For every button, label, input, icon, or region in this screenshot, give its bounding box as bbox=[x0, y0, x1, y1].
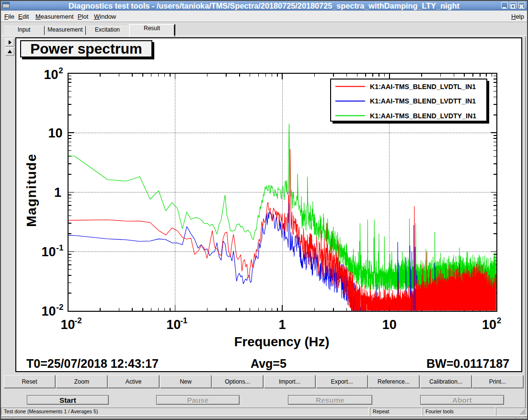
svg-text:Avg=5: Avg=5 bbox=[251, 357, 287, 370]
svg-text:-1: -1 bbox=[180, 316, 187, 325]
svg-text:10: 10 bbox=[41, 245, 56, 259]
svg-text:K1:AAI-TMS_BLEND_LVDTL_IN1: K1:AAI-TMS_BLEND_LVDTL_IN1 bbox=[370, 83, 476, 91]
svg-text:1: 1 bbox=[54, 185, 61, 200]
svg-text:K1:AAI-TMS_BLEND_LVDTY_IN1: K1:AAI-TMS_BLEND_LVDTY_IN1 bbox=[370, 112, 476, 120]
svg-text:-2: -2 bbox=[75, 316, 82, 325]
svg-text:10: 10 bbox=[482, 318, 496, 332]
svg-text:10: 10 bbox=[41, 304, 56, 318]
svg-text:-1: -1 bbox=[56, 243, 63, 252]
svg-text:K1:AAI-TMS_BLEND_LVDTT_IN1: K1:AAI-TMS_BLEND_LVDTT_IN1 bbox=[370, 97, 476, 105]
svg-text:2: 2 bbox=[58, 66, 63, 75]
svg-text:BW=0.0117187: BW=0.0117187 bbox=[426, 357, 509, 370]
svg-text:Frequency (Hz): Frequency (Hz) bbox=[234, 334, 330, 349]
svg-text:-2: -2 bbox=[56, 303, 63, 312]
svg-text:10: 10 bbox=[166, 318, 181, 332]
svg-text:T0=25/07/2018 12:43:17: T0=25/07/2018 12:43:17 bbox=[26, 357, 159, 370]
svg-text:10: 10 bbox=[48, 126, 62, 140]
svg-text:10: 10 bbox=[382, 318, 397, 332]
svg-text:1: 1 bbox=[278, 318, 286, 332]
svg-text:Magnitude: Magnitude bbox=[24, 153, 39, 227]
svg-text:2: 2 bbox=[497, 316, 501, 325]
svg-text:10: 10 bbox=[44, 68, 58, 82]
svg-text:10: 10 bbox=[60, 318, 75, 332]
